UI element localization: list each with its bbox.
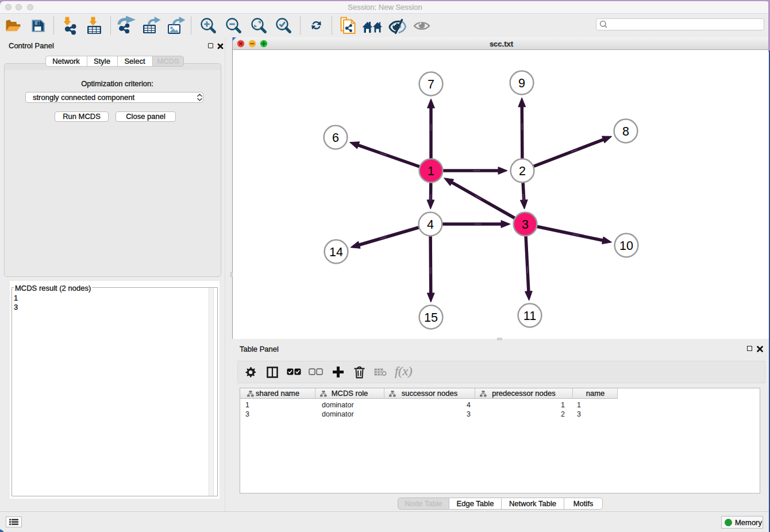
svg-text:10: 10 <box>619 239 633 253</box>
svg-text:7: 7 <box>428 78 434 91</box>
svg-text:14: 14 <box>329 245 343 259</box>
svg-text:15: 15 <box>424 311 438 325</box>
svg-text:4: 4 <box>427 218 434 232</box>
svg-text:8: 8 <box>622 125 629 138</box>
svg-text:1: 1 <box>428 164 434 178</box>
svg-text:11: 11 <box>523 309 536 323</box>
svg-text:9: 9 <box>518 76 525 90</box>
svg-text:6: 6 <box>332 131 339 145</box>
svg-text:3: 3 <box>522 218 529 232</box>
svg-text:2: 2 <box>519 164 526 178</box>
